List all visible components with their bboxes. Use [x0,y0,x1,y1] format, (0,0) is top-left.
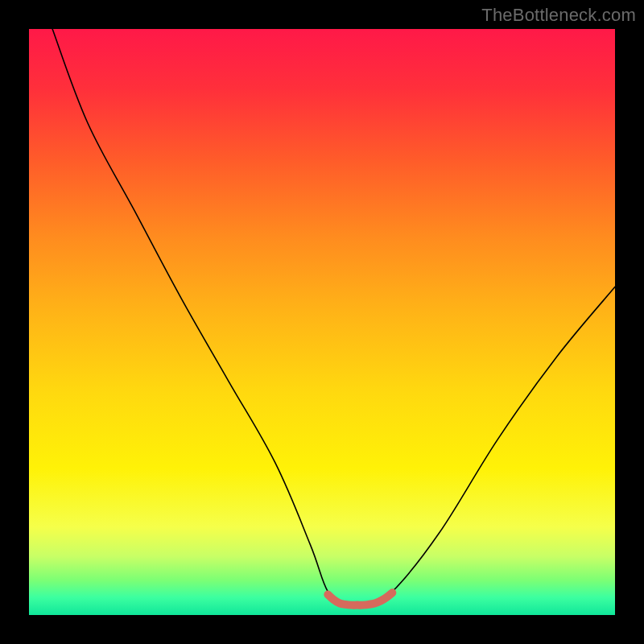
chart-frame: TheBottleneck.com [0,0,644,644]
plot-area [29,29,615,615]
chart-svg [29,29,615,615]
main-curve-path [52,29,615,605]
watermark-label: TheBottleneck.com [481,5,636,26]
bottom-band-path [328,592,392,605]
